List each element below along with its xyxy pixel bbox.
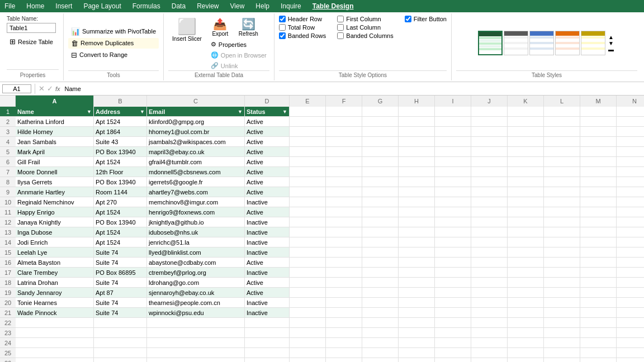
empty-cell-18-4[interactable] — [435, 288, 471, 298]
empty-cell-21-extra-4[interactable] — [435, 318, 471, 328]
header-cell-3[interactable]: Status ▼ — [245, 107, 290, 117]
empty-cell-5-5[interactable] — [471, 157, 508, 167]
empty-cell-6-8[interactable] — [580, 167, 617, 177]
export-button[interactable]: 📤 Export — [208, 16, 233, 39]
data-cell-16-0[interactable]: Clare Trembey — [16, 268, 94, 278]
empty-cell-25-extra-7[interactable] — [544, 358, 580, 362]
empty-cell-14-6[interactable] — [508, 247, 544, 258]
empty-cell-20-3[interactable] — [399, 308, 435, 318]
empty-cell-22-extra-8[interactable] — [580, 328, 617, 338]
empty-cell-8-8[interactable] — [580, 187, 617, 197]
empty-cell-4-4[interactable] — [435, 147, 471, 157]
empty-cell-3-5[interactable] — [471, 137, 508, 147]
empty-cell-13-6[interactable] — [508, 237, 544, 247]
empty-cell-21-1[interactable] — [94, 318, 147, 328]
empty-cell-18-1[interactable] — [326, 288, 362, 298]
empty-cell-25-extra-9[interactable] — [617, 358, 644, 362]
row-header-25[interactable]: 25 — [0, 348, 16, 358]
empty-cell-14-1[interactable] — [326, 247, 362, 258]
empty-cell-11-0[interactable] — [290, 217, 326, 227]
empty-cell-15-6[interactable] — [508, 258, 544, 268]
empty-cell-10-3[interactable] — [399, 207, 435, 217]
empty-cell-4-8[interactable] — [580, 147, 617, 157]
empty-cell-4-9[interactable] — [617, 147, 644, 157]
empty-cell-18-7[interactable] — [544, 288, 580, 298]
empty-cell-18-9[interactable] — [617, 288, 644, 298]
data-cell-5-1[interactable]: Apt 1524 — [94, 157, 147, 167]
row-header-15[interactable]: 15 — [0, 247, 16, 258]
empty-cell-0-3[interactable] — [399, 107, 435, 117]
data-cell-15-0[interactable]: Almeta Bayston — [16, 258, 94, 268]
empty-cell-15-0[interactable] — [290, 258, 326, 268]
empty-cell-4-2[interactable] — [362, 147, 399, 157]
formula-input[interactable] — [63, 85, 642, 93]
empty-cell-16-4[interactable] — [435, 268, 471, 278]
empty-cell-22-extra-6[interactable] — [508, 328, 544, 338]
empty-cell-20-9[interactable] — [617, 308, 644, 318]
empty-cell-24-extra-9[interactable] — [617, 348, 644, 358]
empty-cell-20-8[interactable] — [580, 308, 617, 318]
empty-cell-5-1[interactable] — [326, 157, 362, 167]
empty-cell-6-2[interactable] — [362, 167, 399, 177]
empty-cell-25-extra-6[interactable] — [508, 358, 544, 362]
empty-cell-15-5[interactable] — [471, 258, 508, 268]
empty-cell-3-2[interactable] — [362, 137, 399, 147]
empty-cell-17-2[interactable] — [362, 278, 399, 288]
empty-cell-2-7[interactable] — [544, 127, 580, 137]
empty-cell-12-8[interactable] — [580, 227, 617, 237]
empty-cell-12-0[interactable] — [290, 227, 326, 237]
empty-cell-25-extra-5[interactable] — [471, 358, 508, 362]
confirm-icon[interactable]: ✓ — [47, 84, 53, 93]
data-cell-12-1[interactable]: Apt 1524 — [94, 227, 147, 237]
empty-cell-0-9[interactable] — [617, 107, 644, 117]
empty-cell-24-extra-3[interactable] — [399, 348, 435, 358]
empty-cell-9-0[interactable] — [290, 197, 326, 207]
empty-cell-23-1[interactable] — [94, 338, 147, 348]
col-header-D[interactable]: D — [245, 96, 290, 107]
total-row-checkbox-label[interactable]: Total Row — [279, 24, 326, 31]
data-cell-3-3[interactable]: Active — [245, 137, 290, 147]
empty-cell-8-3[interactable] — [399, 187, 435, 197]
empty-cell-1-3[interactable] — [399, 117, 435, 127]
empty-cell-19-9[interactable] — [617, 298, 644, 308]
empty-cell-25-extra-4[interactable] — [435, 358, 471, 362]
empty-cell-9-9[interactable] — [617, 197, 644, 207]
col-header-K[interactable]: K — [508, 96, 544, 107]
empty-cell-25-1[interactable] — [94, 358, 147, 362]
empty-cell-23-extra-3[interactable] — [399, 338, 435, 348]
empty-cell-17-7[interactable] — [544, 278, 580, 288]
inquire-menu[interactable]: Inquire — [281, 2, 301, 10]
data-cell-10-0[interactable]: Happy Enrigo — [16, 207, 94, 217]
empty-cell-0-5[interactable] — [471, 107, 508, 117]
empty-cell-20-7[interactable] — [544, 308, 580, 318]
empty-cell-25-extra-2[interactable] — [362, 358, 399, 362]
data-cell-8-0[interactable]: Annmarie Hartley — [16, 187, 94, 197]
empty-cell-8-2[interactable] — [362, 187, 399, 197]
empty-cell-19-5[interactable] — [471, 298, 508, 308]
total-row-checkbox[interactable] — [279, 24, 286, 31]
empty-cell-2-9[interactable] — [617, 127, 644, 137]
empty-cell-21-extra-9[interactable] — [617, 318, 644, 328]
empty-cell-6-3[interactable] — [399, 167, 435, 177]
empty-cell-5-8[interactable] — [580, 157, 617, 167]
empty-cell-13-2[interactable] — [362, 237, 399, 247]
empty-cell-21-extra-7[interactable] — [544, 318, 580, 328]
empty-cell-10-1[interactable] — [326, 207, 362, 217]
empty-cell-21-0[interactable] — [16, 318, 94, 328]
empty-cell-22-extra-3[interactable] — [399, 328, 435, 338]
empty-cell-3-4[interactable] — [435, 137, 471, 147]
empty-cell-24-3[interactable] — [245, 348, 290, 358]
data-cell-20-2[interactable]: wpinnocki@psu.edu — [147, 308, 245, 318]
row-header-12[interactable]: 12 — [0, 217, 16, 227]
empty-cell-18-6[interactable] — [508, 288, 544, 298]
empty-cell-19-6[interactable] — [508, 298, 544, 308]
empty-cell-11-3[interactable] — [399, 217, 435, 227]
empty-cell-20-6[interactable] — [508, 308, 544, 318]
empty-cell-4-1[interactable] — [326, 147, 362, 157]
col-header-B[interactable]: B — [94, 96, 147, 107]
empty-cell-22-extra-4[interactable] — [435, 328, 471, 338]
empty-cell-10-2[interactable] — [362, 207, 399, 217]
summarize-pivottable-button[interactable]: 📊 Summarize with PivotTable — [68, 26, 159, 37]
grid-container[interactable]: 1234567891011121314151617181920212223242… — [0, 107, 644, 362]
col-header-A[interactable]: A — [16, 96, 94, 107]
